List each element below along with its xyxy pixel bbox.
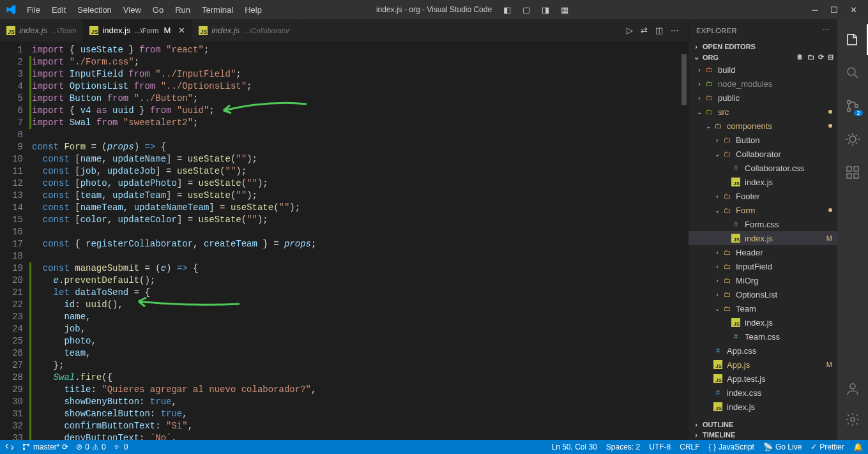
tree-folder[interactable]: ›🗀OptionsList [689,287,837,301]
code-line[interactable]: Swal.fire({ [32,372,688,384]
code-line[interactable]: showDenyButton: true, [32,396,688,408]
activity-debug-icon[interactable] [837,124,868,155]
new-file-icon[interactable]: 🗎 [796,53,803,61]
toggle-panel-right-icon[interactable]: ◨ [536,0,555,19]
activity-extensions-icon[interactable] [837,157,868,188]
code-line[interactable]: const manageSubmit = (e) => { [32,262,688,275]
tree-folder[interactable]: ›🗀Header [689,245,837,259]
tree-folder[interactable]: ›🗀build [689,63,837,77]
go-live[interactable]: 📡 Go Live [763,443,802,451]
code-line[interactable]: e.preventDefault(); [32,275,688,287]
encoding[interactable]: UTF-8 [649,443,671,451]
editor-scrollbar[interactable] [680,42,688,440]
close-tab-icon[interactable]: ✕ [178,26,185,35]
prettier-status[interactable]: ✓ Prettier [811,443,844,451]
maximize-icon[interactable]: ☐ [825,0,844,19]
minimize-icon[interactable]: ─ [805,0,825,19]
code-line[interactable]: const Form = (props) => { [32,141,688,153]
tree-file[interactable]: JSApp.jsM [689,358,837,372]
tree-file[interactable]: JSApp.test.js [689,372,837,386]
code-line[interactable]: }; [32,359,688,372]
code-line[interactable]: name, [32,311,688,323]
tree-file[interactable]: JSindex.jsM [689,231,837,245]
tree-file[interactable]: #Team.css [689,329,837,344]
menu-terminal[interactable]: Terminal [197,3,238,17]
cursor-position[interactable]: Ln 50, Col 30 [551,443,597,451]
code-line[interactable]: const [color, updateColor] = useState(""… [32,214,688,226]
code-line[interactable] [32,250,688,262]
explorer-more-icon[interactable]: ⋯ [823,26,830,34]
code-line[interactable]: job, [32,323,688,335]
compare-changes-icon[interactable]: ⇄ [641,26,648,35]
toggle-panel-left-icon[interactable]: ◧ [498,0,517,19]
code-line[interactable] [32,226,688,238]
accounts-icon[interactable] [837,374,868,404]
git-branch[interactable]: master* ⟳ [22,443,68,451]
menu-help[interactable]: Help [240,3,267,17]
code-line[interactable]: import { useState } from "react"; [32,44,688,56]
tree-file[interactable]: JSindex.js [689,315,837,329]
tree-file[interactable]: #index.css [689,386,837,400]
code-line[interactable] [32,129,688,141]
tree-folder[interactable]: ›🗀InputField [689,259,837,273]
refresh-icon[interactable]: ⟳ [818,53,824,61]
code-line[interactable]: import Swal from "sweetalert2"; [32,117,688,129]
code-line[interactable]: import OptionsList from "../OptionsList"… [32,80,688,93]
code-line[interactable]: const [name, updateName] = useState(""); [32,153,688,165]
code-line[interactable]: const [team, updateTeam] = useState(""); [32,190,688,202]
code-line[interactable]: title: "Quieres agregar al nuevo colabor… [32,384,688,396]
tree-folder[interactable]: ⌄🗀src [689,105,837,119]
tree-folder[interactable]: ⌄🗀Team [689,301,837,315]
outline-section[interactable]: › OUTLINE [689,420,837,430]
code-line[interactable]: const [job, updateJob] = useState(""); [32,165,688,178]
collapse-all-icon[interactable]: ⊟ [828,53,834,61]
tree-folder[interactable]: ⌄🗀components [689,119,837,133]
indentation[interactable]: Spaces: 2 [606,443,640,451]
timeline-section[interactable]: › TIMELINE [689,430,837,440]
more-actions-icon[interactable]: ⋯ [671,26,679,35]
code-line[interactable]: const { registerCollaborator, createTeam… [32,238,688,250]
close-window-icon[interactable]: ✕ [844,0,863,19]
code-line[interactable]: team, [32,347,688,359]
editor[interactable]: 1234567891011121314151617181920212223242… [0,42,688,440]
settings-gear-icon[interactable] [837,404,868,435]
menu-edit[interactable]: Edit [47,3,71,17]
code-line[interactable]: const [nameTeam, updateNameTeam] = useSt… [32,202,688,214]
tree-folder[interactable]: ›🗀node_modules [689,77,837,91]
menu-selection[interactable]: Selection [72,3,116,17]
split-editor-icon[interactable]: ◫ [655,26,663,35]
menu-go[interactable]: Go [148,3,169,17]
activity-explorer-icon[interactable] [837,24,868,55]
tree-file[interactable]: JSindex.js [689,400,837,414]
activity-scm-icon[interactable]: 2 [837,91,868,121]
tree-folder[interactable]: ›🗀Button [689,133,837,147]
tree-file[interactable]: #Collaborator.css [689,161,837,175]
tree-folder[interactable]: ⌄🗀Form [689,203,837,217]
tree-file[interactable]: #App.css [689,344,837,358]
remote-indicator[interactable] [5,443,14,451]
tab-file[interactable]: JS index.js ...\Form M ✕ [83,19,192,42]
code-line[interactable]: photo, [32,335,688,347]
toggle-panel-bottom-icon[interactable]: ▢ [517,0,536,19]
code-line[interactable]: confirmButtonText: "Si", [32,420,688,432]
run-icon[interactable]: ▷ [627,26,633,35]
code-line[interactable]: import Button from "../Button"; [32,93,688,105]
menu-run[interactable]: Run [170,3,195,17]
new-folder-icon[interactable]: 🗀 [807,53,814,61]
tree-file[interactable]: #Form.css [689,217,837,231]
code-line[interactable]: import InputField from "../InputField"; [32,68,688,80]
code-line[interactable]: let dataToSend = { [32,287,688,299]
language-mode[interactable]: { } JavaScript [709,443,754,451]
code-line[interactable]: id: uuid(), [32,299,688,311]
notifications-icon[interactable]: 🔔 [853,443,863,451]
tree-folder[interactable]: ›🗀public [689,91,837,105]
code-line[interactable]: const [photo, updatePhoto] = useState(""… [32,178,688,190]
eol[interactable]: CRLF [680,443,699,451]
menu-view[interactable]: View [118,3,146,17]
activity-search-icon[interactable] [837,57,868,88]
tree-folder[interactable]: ⌄🗀Collaborator [689,147,837,161]
menu-file[interactable]: File [22,3,45,17]
customize-layout-icon[interactable]: ▦ [555,0,574,19]
folder-section[interactable]: ⌄ ORG 🗎 🗀 ⟳ ⊟ [689,52,837,63]
tab-file[interactable]: JS index.js ...\Team [0,19,83,42]
